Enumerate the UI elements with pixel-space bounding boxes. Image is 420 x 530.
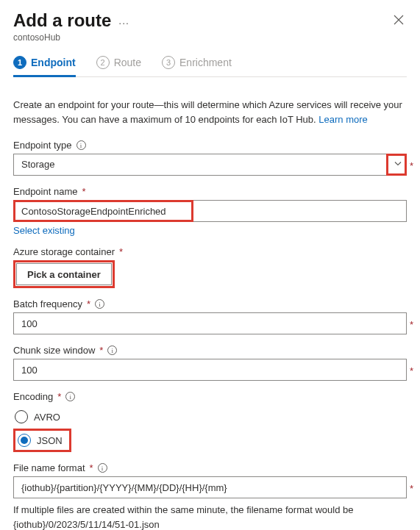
highlight-box: JSON	[13, 429, 71, 452]
step-number: 3	[162, 56, 175, 69]
encoding-option-json[interactable]: JSON	[16, 431, 68, 449]
required-indicator: *	[119, 246, 123, 257]
batch-frequency-label: Batch frequency	[13, 298, 82, 309]
required-indicator: *	[410, 160, 413, 171]
pick-container-button[interactable]: Pick a container	[16, 263, 112, 285]
close-icon	[394, 15, 404, 25]
required-indicator: *	[82, 186, 85, 197]
storage-container-label: Azure storage container	[13, 246, 115, 257]
select-existing-link[interactable]: Select existing	[13, 225, 75, 236]
resource-subtitle: contosoHub	[13, 32, 391, 43]
tab-label: Route	[114, 57, 141, 68]
learn-more-link[interactable]: Learn more	[318, 114, 367, 125]
required-indicator: *	[57, 391, 61, 402]
required-indicator: *	[87, 298, 90, 309]
filename-format-input[interactable]	[13, 476, 407, 498]
encoding-label: Encoding	[13, 391, 53, 402]
required-indicator: *	[410, 365, 413, 376]
page-title: Add a route	[13, 10, 111, 31]
endpoint-type-label: Endpoint type	[13, 140, 72, 151]
endpoint-name-input[interactable]	[13, 200, 407, 222]
highlight-box: Pick a container	[13, 260, 115, 288]
tab-enrichment[interactable]: 3 Enrichment	[162, 56, 232, 76]
info-icon[interactable]: i	[107, 345, 117, 355]
tab-endpoint[interactable]: 1 Endpoint	[13, 56, 76, 76]
more-icon[interactable]: ···	[118, 12, 129, 29]
chunk-size-label: Chunk size window	[13, 345, 95, 356]
info-icon[interactable]: i	[98, 463, 107, 473]
radio-icon	[18, 434, 31, 447]
intro-text: Create an endpoint for your route—this w…	[13, 98, 407, 126]
info-icon[interactable]: i	[76, 140, 86, 150]
required-indicator: *	[410, 483, 413, 494]
required-indicator: *	[90, 462, 93, 473]
required-indicator: *	[99, 345, 103, 356]
tab-route[interactable]: 2 Route	[96, 56, 141, 76]
encoding-option-avro[interactable]: AVRO	[13, 407, 62, 427]
wizard-tabs: 1 Endpoint 2 Route 3 Enrichment	[13, 56, 407, 77]
filename-format-hint: If multiple files are created within the…	[13, 503, 407, 530]
info-icon[interactable]: i	[95, 299, 104, 309]
endpoint-type-value: Storage	[13, 154, 407, 176]
step-number: 2	[96, 56, 110, 69]
radio-icon	[15, 410, 28, 423]
chunk-size-input[interactable]	[13, 359, 407, 381]
endpoint-name-label: Endpoint name	[13, 186, 77, 197]
radio-label: AVRO	[34, 412, 60, 423]
batch-frequency-input[interactable]	[13, 312, 407, 334]
required-indicator: *	[410, 319, 413, 330]
close-button[interactable]	[391, 10, 407, 32]
radio-label: JSON	[37, 435, 63, 446]
info-icon[interactable]: i	[65, 392, 75, 401]
tab-label: Enrichment	[179, 57, 232, 68]
endpoint-type-select[interactable]: Storage	[13, 154, 407, 176]
tab-label: Endpoint	[31, 57, 76, 68]
step-number: 1	[13, 56, 26, 69]
filename-format-label: File name format	[13, 462, 85, 473]
